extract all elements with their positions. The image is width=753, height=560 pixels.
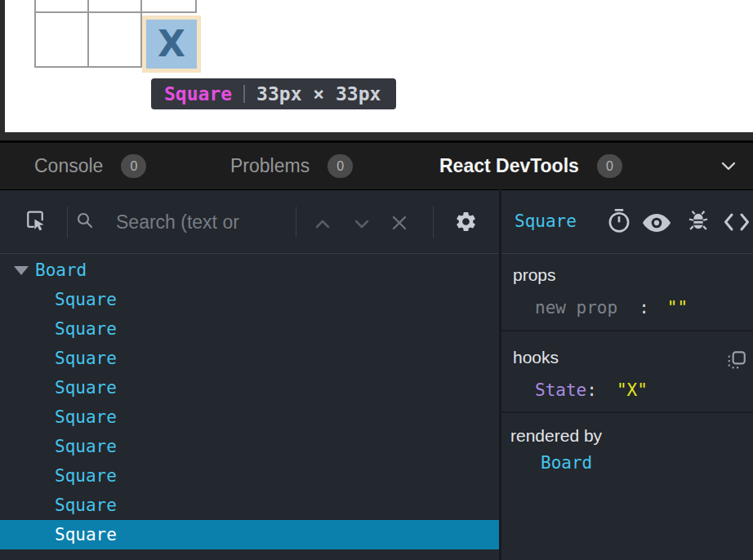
- tree-item-label: Square: [55, 525, 117, 544]
- square-value: X: [158, 26, 185, 62]
- tree-item-label: Square: [55, 349, 117, 368]
- search-icon: [75, 209, 95, 232]
- tree-item-square[interactable]: Square: [0, 373, 499, 402]
- component-tree: Board Square Square Square Square Square…: [0, 256, 499, 560]
- tab-label: React DevTools: [439, 155, 579, 177]
- tree-item-label: Square: [55, 466, 117, 486]
- section-divider: [501, 411, 753, 413]
- new-prop-input[interactable]: new prop: [535, 298, 617, 318]
- devtools-window: X Square 33px × 33px Console 0 Problems …: [0, 0, 753, 560]
- browser-page: X Square 33px × 33px: [0, 0, 753, 132]
- inspect-dom-eye-icon[interactable]: [641, 212, 672, 233]
- toolbar-divider: [433, 207, 434, 238]
- props-section-title: props: [513, 265, 556, 285]
- tree-item-square[interactable]: Square: [0, 491, 499, 520]
- tree-item-square[interactable]: Square: [0, 314, 499, 344]
- tab-count-badge: 0: [597, 154, 622, 178]
- tree-item-square-selected[interactable]: Square: [0, 520, 499, 549]
- devtools-drag-edge[interactable]: [0, 132, 753, 140]
- state-hook-value[interactable]: "X": [617, 380, 648, 400]
- panel-split-divider[interactable]: [499, 189, 501, 560]
- tree-item-label: Board: [35, 260, 87, 280]
- board-square[interactable]: [89, 0, 140, 11]
- tree-item-label: Square: [55, 407, 117, 427]
- hooks-section-title: hooks: [513, 348, 559, 367]
- hook-separator: :: [586, 380, 597, 400]
- state-hook-label: State: [535, 380, 586, 400]
- board-square-inspected[interactable]: X: [142, 16, 201, 73]
- inspect-element-icon[interactable]: [22, 206, 48, 233]
- tab-count-badge: 0: [327, 154, 353, 178]
- tree-item-label: Square: [55, 437, 117, 456]
- tab-console[interactable]: Console 0: [34, 143, 146, 189]
- search-clear-icon[interactable]: [390, 213, 409, 233]
- search-next-icon[interactable]: [352, 217, 372, 230]
- tab-label: Console: [34, 155, 103, 177]
- tooltip-component-name: Square: [164, 83, 232, 104]
- toolbar-divider: [296, 207, 296, 238]
- tree-item-square[interactable]: Square: [0, 402, 499, 432]
- state-hook-row: State:"X": [535, 380, 648, 400]
- section-divider: [501, 330, 753, 331]
- suspense-timer-icon[interactable]: [606, 207, 632, 235]
- search-input[interactable]: [114, 206, 281, 238]
- tree-item-label: Square: [55, 496, 117, 515]
- inspect-highlight-overlay: X: [146, 20, 197, 69]
- tree-item-square[interactable]: Square: [0, 285, 499, 314]
- expander-triangle-icon[interactable]: [14, 266, 29, 275]
- tab-count-badge: 0: [121, 154, 146, 178]
- new-prop-value-input[interactable]: "": [667, 298, 688, 318]
- tab-react-devtools[interactable]: React DevTools 0: [439, 143, 622, 189]
- parse-hook-names-icon[interactable]: [726, 349, 747, 370]
- board-square[interactable]: [142, 0, 195, 11]
- divider-line: [0, 253, 753, 254]
- board-square[interactable]: [36, 0, 87, 11]
- tree-item-square[interactable]: Square: [0, 461, 499, 491]
- inspect-tooltip: Square 33px × 33px: [151, 78, 396, 109]
- tree-item-label: Square: [55, 319, 117, 339]
- board-square[interactable]: [36, 13, 87, 66]
- tree-item-board[interactable]: Board: [0, 256, 499, 285]
- tree-item-label: Square: [55, 378, 117, 398]
- devtools-tabbar: Console 0 Problems 0 React DevTools 0: [0, 143, 753, 189]
- tree-item-square[interactable]: Square: [0, 432, 499, 461]
- rendered-by-section-title: rendered by: [510, 426, 602, 446]
- tab-label: Problems: [230, 155, 310, 177]
- search-prev-icon[interactable]: [313, 217, 332, 230]
- prop-separator: :: [639, 298, 649, 318]
- rendered-by-owner-link[interactable]: Board: [541, 453, 592, 473]
- debug-bug-icon[interactable]: [686, 208, 711, 234]
- inspected-component-title: Square: [515, 211, 577, 231]
- tooltip-dimensions: 33px × 33px: [256, 83, 381, 104]
- toolbar-divider: [67, 207, 68, 238]
- new-prop-row: new prop:"": [535, 298, 688, 318]
- tree-item-square[interactable]: Square: [0, 344, 499, 373]
- tree-item-label: Square: [55, 290, 117, 309]
- tab-problems[interactable]: Problems 0: [230, 143, 353, 189]
- chevron-down-icon[interactable]: [719, 160, 738, 173]
- window-edge: [0, 0, 5, 132]
- board-square[interactable]: [89, 13, 140, 66]
- tooltip-divider: [243, 85, 245, 103]
- view-source-icon[interactable]: [722, 212, 751, 232]
- settings-gear-icon[interactable]: [454, 210, 478, 233]
